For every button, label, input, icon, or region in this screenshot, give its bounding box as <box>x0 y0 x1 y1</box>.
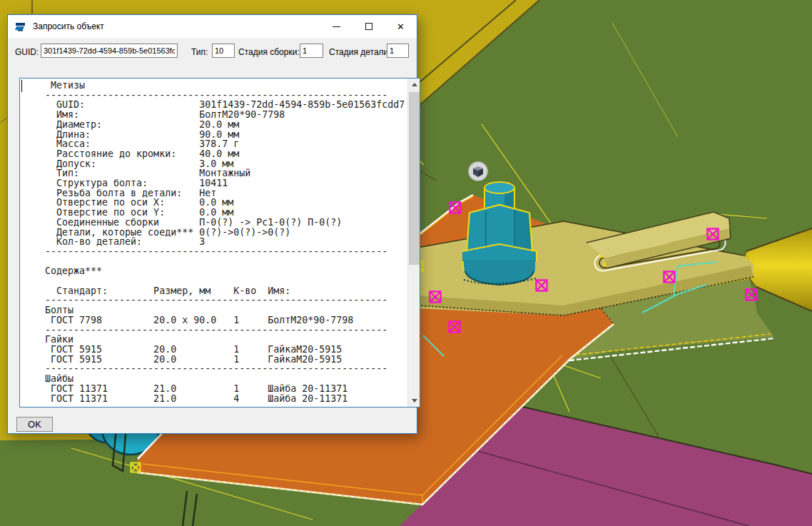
maximize-button[interactable] <box>352 15 385 38</box>
close-icon: ✕ <box>397 22 405 31</box>
snap-cube-icon <box>469 162 487 181</box>
part-phase-label: Стадия детали: <box>329 47 391 57</box>
guid-field[interactable] <box>41 44 178 58</box>
app-icon <box>15 21 26 32</box>
minimize-icon <box>333 26 340 27</box>
ok-button-label: OK <box>28 419 41 430</box>
chevron-up-icon <box>412 83 417 86</box>
scroll-up-button[interactable] <box>408 79 420 91</box>
titlebar[interactable]: Запросить объект ✕ <box>8 15 417 38</box>
scroll-down-button[interactable] <box>408 395 420 407</box>
part-phase-field[interactable] <box>387 44 409 58</box>
window-title: Запросить объект <box>33 21 104 31</box>
maximize-icon <box>365 23 372 30</box>
inquire-object-window: Запросить объект ✕ GUID: Тип: Стадия сбо… <box>7 14 417 434</box>
assembly-phase-label: Стадия сборки: <box>238 47 300 57</box>
ok-button[interactable]: OK <box>16 417 53 432</box>
chevron-down-icon <box>412 399 417 403</box>
inquiry-report-text: Метизы ---------------------------------… <box>20 79 420 408</box>
vertical-scrollbar[interactable] <box>407 79 420 407</box>
field-row: GUID: Тип: Стадия сборки: Стадия детали: <box>8 38 417 68</box>
close-button[interactable]: ✕ <box>385 15 417 38</box>
text-caret <box>21 80 22 92</box>
type-label: Тип: <box>191 47 208 57</box>
minimize-button[interactable] <box>320 15 352 38</box>
type-field[interactable] <box>212 44 235 58</box>
assembly-phase-field[interactable] <box>300 44 323 58</box>
guid-label: GUID: <box>15 47 39 57</box>
inquiry-report-area[interactable]: Метизы ---------------------------------… <box>19 78 420 408</box>
scrollbar-thumb[interactable] <box>409 92 420 265</box>
